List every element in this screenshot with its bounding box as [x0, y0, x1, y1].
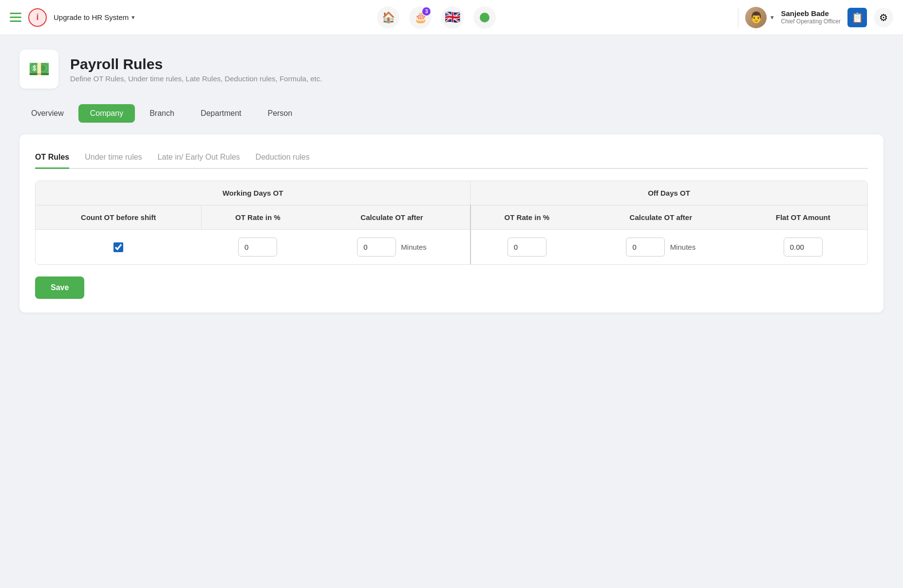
page-title-block: Payroll Rules Define OT Rules, Under tim…	[70, 56, 322, 83]
info-icon[interactable]: i	[28, 8, 47, 27]
tab-branch[interactable]: Branch	[138, 104, 186, 123]
od-minutes-label: Minutes	[670, 243, 696, 251]
save-button[interactable]: Save	[35, 276, 84, 299]
calendar-icon: 📋	[851, 12, 864, 23]
page-subtitle: Define OT Rules, Under time rules, Late …	[70, 74, 322, 83]
header-center: 🏠 🎂 3 🇬🇧	[135, 6, 738, 29]
header-right: 👨 ▾ Sanjeeb Bade Chief Operating Officer…	[738, 7, 893, 28]
payroll-icon: 💵	[28, 59, 50, 79]
cell-wd-ot-rate	[202, 230, 314, 265]
col-od-ot-rate: OT Rate in %	[470, 205, 583, 230]
subtab-late-early[interactable]: Late in/ Early Out Rules	[158, 148, 240, 169]
cell-od-calc-ot: Minutes	[583, 230, 738, 265]
header-left: i Upgrade to HR System ▾	[10, 8, 135, 27]
birthday-button[interactable]: 🎂 3	[409, 6, 432, 29]
main-header: i Upgrade to HR System ▾ 🏠 🎂 3 🇬🇧 👨 ▾ Sa…	[0, 0, 903, 35]
page-icon: 💵	[19, 50, 58, 89]
user-avatar-area[interactable]: 👨 ▾	[745, 7, 774, 28]
column-header-row: Count OT before shift OT Rate in % Calcu…	[36, 205, 867, 230]
off-days-header: Off Days OT	[470, 181, 867, 205]
wd-ot-rate-input[interactable]	[238, 238, 277, 257]
tab-overview[interactable]: Overview	[19, 104, 75, 123]
col-wd-calc-ot: Calculate OT after	[314, 205, 470, 230]
section-header-row: Working Days OT Off Days OT	[36, 181, 867, 205]
main-content: 💵 Payroll Rules Define OT Rules, Under t…	[0, 35, 903, 327]
chevron-down-icon[interactable]: ▾	[771, 14, 774, 21]
cell-od-ot-rate	[470, 230, 583, 265]
upgrade-chevron-icon: ▾	[132, 14, 135, 21]
cell-flat-ot	[739, 230, 867, 265]
cell-checkbox	[36, 230, 202, 265]
online-status-dot	[480, 13, 489, 22]
home-button[interactable]: 🏠	[377, 6, 399, 29]
user-name: Sanjeeb Bade	[781, 9, 841, 18]
col-count-ot: Count OT before shift	[36, 205, 202, 230]
flat-ot-input[interactable]	[784, 238, 823, 257]
upgrade-button[interactable]: Upgrade to HR System ▾	[54, 13, 135, 21]
language-selector[interactable]: 🇬🇧	[441, 6, 464, 29]
sub-tabs: OT Rules Under time rules Late in/ Early…	[35, 148, 868, 169]
ot-table-wrapper: Working Days OT Off Days OT Count OT bef…	[35, 181, 868, 265]
notification-badge: 3	[422, 7, 431, 16]
od-ot-rate-input[interactable]	[508, 238, 546, 257]
page-title: Payroll Rules	[70, 56, 322, 73]
subtab-deduction[interactable]: Deduction rules	[256, 148, 310, 169]
hamburger-icon[interactable]	[10, 13, 21, 22]
ot-rules-table: Working Days OT Off Days OT Count OT bef…	[36, 181, 867, 264]
main-tabs: Overview Company Branch Department Perso…	[19, 104, 884, 123]
col-wd-ot-rate: OT Rate in %	[202, 205, 314, 230]
user-info: Sanjeeb Bade Chief Operating Officer	[781, 9, 841, 26]
user-role: Chief Operating Officer	[781, 18, 841, 26]
status-indicator-button[interactable]	[473, 6, 496, 29]
tab-person[interactable]: Person	[256, 104, 304, 123]
subtab-under-time[interactable]: Under time rules	[85, 148, 142, 169]
cell-wd-calc-ot: Minutes	[314, 230, 470, 265]
subtab-ot-rules[interactable]: OT Rules	[35, 148, 69, 169]
header-divider	[738, 8, 738, 27]
table-row: Minutes Minutes	[36, 230, 867, 265]
settings-button[interactable]: ⚙	[874, 8, 893, 27]
tab-company[interactable]: Company	[78, 104, 135, 123]
page-header: 💵 Payroll Rules Define OT Rules, Under t…	[19, 50, 884, 89]
count-ot-checkbox[interactable]	[113, 242, 123, 252]
avatar: 👨	[745, 7, 767, 28]
flag-icon: 🇬🇧	[445, 10, 460, 25]
wd-minutes-label: Minutes	[401, 243, 427, 251]
od-calc-ot-input[interactable]	[626, 238, 665, 257]
content-card: OT Rules Under time rules Late in/ Early…	[19, 134, 884, 312]
calendar-button[interactable]: 📋	[847, 8, 867, 27]
wd-calc-ot-input[interactable]	[357, 238, 396, 257]
tab-department[interactable]: Department	[189, 104, 253, 123]
col-od-calc-ot: Calculate OT after	[583, 205, 738, 230]
col-flat-ot: Flat OT Amount	[739, 205, 867, 230]
home-icon: 🏠	[382, 11, 395, 24]
gear-icon: ⚙	[879, 12, 888, 23]
working-days-header: Working Days OT	[36, 181, 470, 205]
